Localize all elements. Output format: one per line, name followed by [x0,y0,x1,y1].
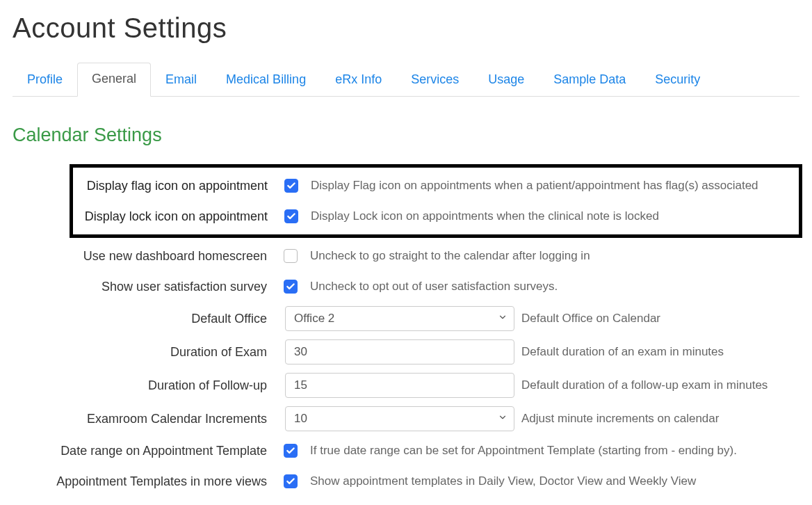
help-default-office: Default Office on Calendar [521,312,799,326]
label-duration-exam: Duration of Exam [13,345,278,360]
row-duration-exam: Duration of Exam Default duration of an … [13,335,799,369]
label-calendar-increments: Examroom Calendar Increments [13,412,278,426]
label-templates-more-views: Appointment Templates in more views [13,474,278,489]
input-duration-exam[interactable] [285,339,514,364]
select-default-office-wrap: Office 2 [285,306,514,331]
row-allow-overlaps: Allow Exam Room Overlaps Allow appointme… [13,497,799,505]
label-dashboard-homescreen: Use new dashboard homescreen [13,249,278,264]
label-display-lock-icon: Display lock icon on appointment [73,209,279,224]
section-heading-calendar-settings: Calendar Settings [13,125,799,146]
help-display-flag-icon: Display Flag icon on appointments when a… [311,179,795,193]
tab-profile[interactable]: Profile [13,63,77,97]
label-display-flag-icon: Display flag icon on appointment [73,179,279,193]
select-calendar-increments-wrap: 10 [285,406,514,431]
row-calendar-increments: Examroom Calendar Increments 10 Adjust m… [13,402,799,435]
row-templates-more-views: Appointment Templates in more views Show… [13,466,799,497]
label-date-range-template: Date range on Appointment Template [13,444,278,458]
checkbox-display-flag-icon[interactable] [284,179,298,193]
help-display-lock-icon: Display Lock icon on appointments when t… [311,209,795,223]
help-dashboard-homescreen: Uncheck to go straight to the calendar a… [310,249,799,263]
tab-security[interactable]: Security [640,63,715,97]
tab-general[interactable]: General [77,63,151,97]
help-user-satisfaction-survey: Uncheck to opt out of user satisfaction … [310,280,799,294]
input-duration-followup[interactable] [285,373,514,398]
checkbox-user-satisfaction-survey[interactable] [284,280,298,294]
row-duration-followup: Duration of Follow-up Default duration o… [13,369,799,402]
page-title: Account Settings [13,13,799,44]
check-icon [286,181,296,191]
check-icon [286,446,295,456]
checkbox-date-range-template[interactable] [284,444,298,458]
checkbox-display-lock-icon[interactable] [284,209,298,223]
help-date-range-template: If true date range can be set for Appoin… [310,444,799,458]
tab-erx-info[interactable]: eRx Info [320,63,396,97]
row-default-office: Default Office Office 2 Default Office o… [13,302,799,335]
check-icon [286,476,295,486]
select-default-office[interactable]: Office 2 [285,306,514,331]
tabs-nav: Profile General Email Medical Billing eR… [13,62,799,97]
help-templates-more-views: Show appointment templates in Daily View… [310,474,799,488]
label-duration-followup: Duration of Follow-up [13,378,278,393]
checkbox-templates-more-views[interactable] [284,474,298,488]
row-user-satisfaction-survey: Show user satisfaction survey Uncheck to… [13,271,799,302]
help-calendar-increments: Adjust minute increments on calendar [521,412,799,426]
help-duration-exam: Default duration of an exam in minutes [521,345,799,359]
checkbox-dashboard-homescreen[interactable] [284,249,298,263]
tab-services[interactable]: Services [396,63,473,97]
highlighted-settings: Display flag icon on appointment Display… [70,164,802,238]
calendar-settings-form: Display flag icon on appointment Display… [13,164,799,505]
help-duration-followup: Default duration of a follow-up exam in … [521,378,799,392]
tab-usage[interactable]: Usage [473,63,539,97]
tab-sample-data[interactable]: Sample Data [539,63,640,97]
row-dashboard-homescreen: Use new dashboard homescreen Uncheck to … [13,241,799,271]
check-icon [286,211,296,221]
label-user-satisfaction-survey: Show user satisfaction survey [13,280,278,294]
row-display-flag-icon: Display flag icon on appointment Display… [73,170,795,201]
row-date-range-template: Date range on Appointment Template If tr… [13,435,799,466]
tab-email[interactable]: Email [151,63,211,97]
row-display-lock-icon: Display lock icon on appointment Display… [73,201,795,232]
tab-medical-billing[interactable]: Medical Billing [211,63,320,97]
label-default-office: Default Office [13,312,278,326]
select-calendar-increments[interactable]: 10 [285,406,514,431]
check-icon [286,282,295,291]
